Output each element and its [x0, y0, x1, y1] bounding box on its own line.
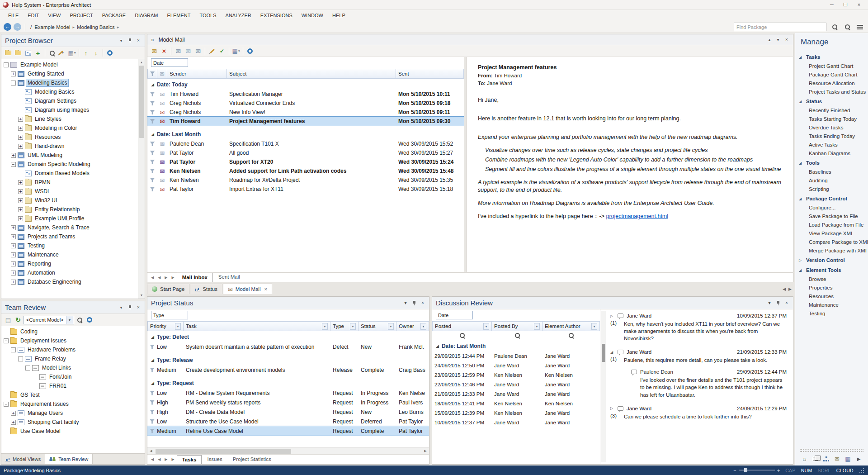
filter-dropdown-icon[interactable]: ▼ [322, 323, 328, 330]
manage-item-kanban-diagrams[interactable]: Kanban Diagrams [795, 149, 868, 158]
collapse-icon[interactable]: − [4, 402, 9, 407]
close-icon[interactable]: × [136, 305, 141, 310]
search-icon[interactable] [75, 315, 84, 324]
mail-icon[interactable]: ✉ [834, 456, 840, 462]
expand-icon[interactable]: + [11, 234, 16, 239]
expand-icon[interactable]: + [18, 126, 23, 131]
project-browser-item-getting-started[interactable]: +Getting Started [1, 69, 145, 78]
envelope-column-header[interactable]: ✉ [157, 69, 167, 79]
forward-icon[interactable]: ✉ [193, 47, 203, 56]
pin-icon[interactable] [775, 300, 781, 306]
menu-diagram[interactable]: DIAGRAM [130, 10, 162, 21]
add-diagram-icon[interactable] [24, 48, 33, 57]
breadcrumb-item-[interactable]: / [29, 24, 33, 30]
manage-item-overdue-tasks[interactable]: Overdue Tasks [795, 124, 868, 132]
reply-icon[interactable]: ✉ [174, 47, 183, 56]
zoom-in-icon[interactable]: + [777, 468, 780, 473]
manage-item-view-package-xmi[interactable]: View Package XMI [795, 229, 868, 238]
horizontal-scrollbar[interactable]: ◀ ▶ [147, 447, 429, 454]
chevron-down-icon[interactable]: ▾ [118, 38, 124, 43]
posted-by-column-header[interactable]: Posted By▼ [492, 321, 542, 331]
filter-dropdown-icon[interactable]: ▼ [175, 323, 181, 330]
mail-row[interactable]: ✉Pat TaylorAll goodWed 30/09/2015 15:27 [147, 148, 464, 157]
close-button[interactable]: × [853, 1, 865, 9]
discussion-row[interactable]: 23/09/2015 12:59 PMKen NielsenKen Nielse… [432, 370, 600, 380]
sender-column-header[interactable]: Sender [167, 69, 227, 79]
mail-group-header[interactable]: ◢Date: Last Month [147, 129, 464, 139]
manage-section-tools[interactable]: ◢Tools [795, 158, 868, 168]
manage-item-auditing[interactable]: Auditing [795, 176, 868, 185]
manage-item-save-package-to-file[interactable]: Save Package to File [795, 212, 868, 221]
scroll-left-icon[interactable]: ◀ [156, 457, 162, 461]
menu-help[interactable]: HELP [328, 10, 350, 21]
close-icon[interactable]: × [420, 300, 425, 305]
back-button[interactable]: ← [4, 23, 11, 31]
collapse-icon[interactable]: − [11, 162, 16, 167]
reply-all-icon[interactable]: ✉ [184, 47, 193, 56]
chevron-down-icon[interactable]: ▾ [767, 300, 772, 305]
project-browser-item-win32-ui[interactable]: +Win32 UI [1, 196, 145, 205]
collapse-icon[interactable]: − [11, 347, 16, 352]
team-review-item-requirement-issues[interactable]: −Requirement Issues [1, 399, 145, 408]
expand-icon[interactable]: + [18, 216, 23, 221]
manage-item-baselines[interactable]: Baselines [795, 168, 868, 176]
owner-column-header[interactable]: Owner▼ [396, 321, 429, 331]
hierarchy-icon[interactable] [823, 456, 830, 462]
expand-icon[interactable]: + [11, 411, 16, 416]
scrollbar[interactable]: ▲ ▼ [138, 59, 145, 299]
manage-item-testing[interactable]: Testing [795, 309, 868, 318]
project-browser-item-wsdl[interactable]: +WSDL [1, 187, 145, 196]
manage-item-package-gantt-chart[interactable]: Package Gantt Chart [795, 71, 868, 79]
collapse-icon[interactable]: − [11, 81, 16, 86]
options-icon[interactable] [85, 315, 94, 324]
mail-group-header[interactable]: ◢Date: Today [147, 80, 464, 90]
expand-icon[interactable]: ▷ [610, 406, 614, 410]
task-row[interactable]: MediumCreate development environment mod… [147, 365, 429, 375]
menu-extensions[interactable]: EXTENSIONS [256, 10, 297, 21]
project-browser-item-database-engineering[interactable]: +Database Engineering [1, 277, 145, 286]
find-icon[interactable] [47, 48, 57, 57]
tab-mail-inbox[interactable]: Mail Inbox [177, 273, 213, 282]
expand-icon[interactable]: + [11, 280, 16, 285]
scrollbar-thumb[interactable] [602, 344, 605, 362]
task-row[interactable]: HighDM - Create Data ModelRequestNewLeo … [147, 407, 429, 417]
scroll-left-icon[interactable]: ◀ [156, 276, 162, 280]
collapse-icon[interactable]: − [4, 62, 9, 67]
mail-filter-input[interactable] [151, 58, 188, 67]
minimize-button[interactable]: ─ [826, 1, 838, 9]
scrollbar-thumb[interactable] [139, 66, 144, 138]
filter-dropdown-icon[interactable]: ▼ [483, 323, 489, 330]
tab-issues[interactable]: Issues [202, 455, 227, 464]
collapse-icon[interactable]: − [4, 338, 9, 343]
scroll-right-icon[interactable]: ▶ [163, 457, 169, 461]
pin-icon[interactable] [127, 38, 132, 43]
team-review-item-shopping-cart-facility[interactable]: +Shopping Cart facility [1, 418, 145, 427]
discussion-row[interactable]: 24/09/2015 12:50 PMJane WardJane Ward [432, 361, 600, 370]
manage-item-project-gantt-chart[interactable]: Project Gantt Chart [795, 62, 868, 71]
project-browser-item-projects-and-teams[interactable]: +Projects and Teams [1, 232, 145, 241]
discussion-row[interactable]: 21/09/2015 12:33 PMJane WardJane Ward [432, 389, 600, 399]
close-tab-icon[interactable]: × [264, 286, 267, 292]
manage-item-project-tasks-and-status[interactable]: Project Tasks and Status [795, 88, 868, 96]
expand-icon[interactable]: + [11, 271, 16, 276]
filter-dropdown-icon[interactable]: ▼ [591, 323, 597, 330]
project-browser-item-uml-modeling[interactable]: +UML Modeling [1, 151, 145, 160]
manage-item-resources[interactable]: Resources [795, 292, 868, 301]
auto-hide-icon[interactable]: » [151, 37, 154, 43]
posted-column-header[interactable]: Posted▼ [432, 321, 492, 331]
column-search-icon[interactable] [492, 331, 542, 340]
document-tab-status[interactable]: Status [190, 284, 222, 294]
status-group-header[interactable]: ◢Type: Defect [147, 332, 429, 342]
task-row[interactable]: LowRM - Define System RequirementsReques… [147, 388, 429, 398]
post-header[interactable]: ▷Jane Ward24/09/2015 12:29 PM [610, 406, 788, 411]
expand-icon[interactable]: + [11, 153, 16, 158]
project-browser-item-line-styles[interactable]: +Line Styles [1, 114, 145, 124]
tab-project-statistics[interactable]: Project Statistics [228, 455, 276, 464]
menu-project[interactable]: PROJECT [65, 10, 97, 21]
refresh-icon[interactable]: ↻ [14, 315, 23, 324]
project-browser-item-domain-based-models[interactable]: Domain Based Models [1, 169, 145, 178]
manage-item-active-tasks[interactable]: Active Tasks [795, 141, 868, 149]
menu-package[interactable]: PACKAGE [98, 10, 130, 21]
project-browser-item-modeling-in-color[interactable]: +Modeling in Color [1, 124, 145, 133]
expand-icon[interactable]: + [11, 243, 16, 248]
